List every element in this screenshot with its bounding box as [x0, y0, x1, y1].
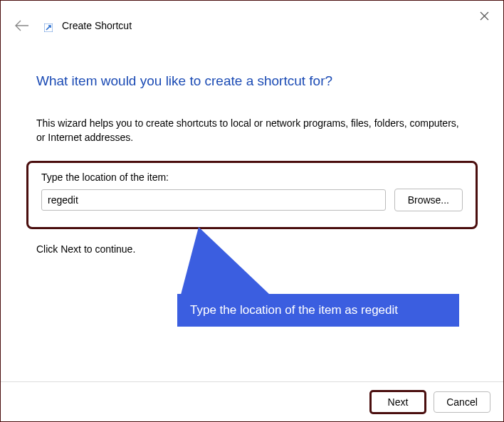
next-button[interactable]: Next	[369, 390, 426, 414]
description-text: This wizard helps you to create shortcut…	[36, 116, 468, 145]
back-arrow-icon[interactable]	[11, 16, 33, 36]
cancel-button[interactable]: Cancel	[434, 391, 490, 413]
page-heading: What item would you like to create a sho…	[36, 73, 468, 89]
shortcut-icon	[43, 23, 53, 33]
dialog-title: Create Shortcut	[62, 20, 132, 31]
svg-marker-1	[181, 227, 270, 295]
dialog-footer: Next Cancel	[1, 381, 503, 421]
browse-button[interactable]: Browse...	[394, 189, 463, 211]
annotation-callout: Type the location of the item as regedit	[177, 294, 459, 327]
location-input[interactable]	[41, 189, 386, 211]
location-section-highlight: Type the location of the item: Browse...	[26, 161, 478, 229]
titlebar: Create Shortcut	[1, 1, 503, 43]
dialog-content: What item would you like to create a sho…	[1, 43, 503, 255]
close-icon[interactable]	[480, 11, 489, 23]
location-label: Type the location of the item:	[41, 172, 463, 183]
callout-text: Type the location of the item as regedit	[190, 303, 398, 317]
location-input-row: Browse...	[41, 189, 463, 211]
